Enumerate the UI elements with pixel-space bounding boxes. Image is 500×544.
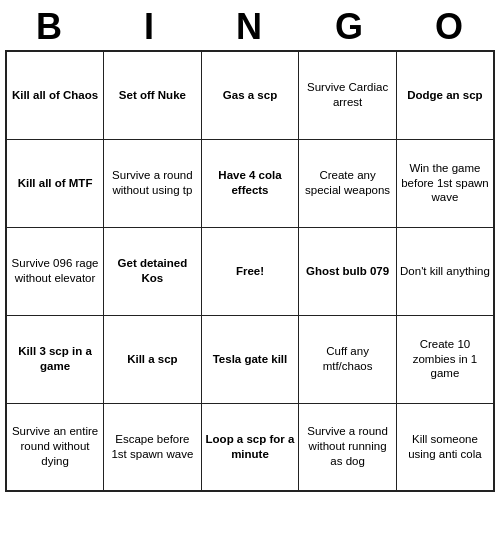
bingo-row-1: Kill all of MTFSurvive a round without u… bbox=[6, 139, 494, 227]
bingo-cell-1-2: Have 4 cola effects bbox=[201, 139, 299, 227]
header-letter-g: G bbox=[305, 6, 395, 48]
bingo-cell-3-1: Kill a scp bbox=[104, 315, 202, 403]
bingo-cell-2-3: Ghost bulb 079 bbox=[299, 227, 397, 315]
header-letter-i: I bbox=[105, 6, 195, 48]
bingo-cell-4-4: Kill someone using anti cola bbox=[396, 403, 494, 491]
bingo-cell-4-3: Survive a round without running as dog bbox=[299, 403, 397, 491]
bingo-cell-1-0: Kill all of MTF bbox=[6, 139, 104, 227]
bingo-cell-3-4: Create 10 zombies in 1 game bbox=[396, 315, 494, 403]
bingo-cell-2-1: Get detained Kos bbox=[104, 227, 202, 315]
bingo-cell-3-2: Tesla gate kill bbox=[201, 315, 299, 403]
bingo-cell-1-3: Create any special weapons bbox=[299, 139, 397, 227]
bingo-row-3: Kill 3 scp in a gameKill a scpTesla gate… bbox=[6, 315, 494, 403]
bingo-row-4: Survive an entire round without dyingEsc… bbox=[6, 403, 494, 491]
bingo-cell-2-4: Don't kill anything bbox=[396, 227, 494, 315]
bingo-row-2: Survive 096 rage without elevatorGet det… bbox=[6, 227, 494, 315]
bingo-cell-0-0: Kill all of Chaos bbox=[6, 51, 104, 139]
bingo-cell-0-4: Dodge an scp bbox=[396, 51, 494, 139]
bingo-header: BINGO bbox=[0, 0, 500, 50]
header-letter-n: N bbox=[205, 6, 295, 48]
header-letter-b: B bbox=[5, 6, 95, 48]
bingo-cell-1-1: Survive a round without using tp bbox=[104, 139, 202, 227]
bingo-row-0: Kill all of ChaosSet off NukeGas a scpSu… bbox=[6, 51, 494, 139]
bingo-cell-4-2: Loop a scp for a minute bbox=[201, 403, 299, 491]
bingo-cell-0-2: Gas a scp bbox=[201, 51, 299, 139]
header-letter-o: O bbox=[405, 6, 495, 48]
bingo-grid: Kill all of ChaosSet off NukeGas a scpSu… bbox=[5, 50, 495, 492]
bingo-cell-4-0: Survive an entire round without dying bbox=[6, 403, 104, 491]
bingo-cell-3-3: Cuff any mtf/chaos bbox=[299, 315, 397, 403]
bingo-cell-0-3: Survive Cardiac arrest bbox=[299, 51, 397, 139]
bingo-cell-2-2: Free! bbox=[201, 227, 299, 315]
bingo-cell-1-4: Win the game before 1st spawn wave bbox=[396, 139, 494, 227]
bingo-cell-4-1: Escape before 1st spawn wave bbox=[104, 403, 202, 491]
bingo-cell-3-0: Kill 3 scp in a game bbox=[6, 315, 104, 403]
bingo-cell-0-1: Set off Nuke bbox=[104, 51, 202, 139]
bingo-cell-2-0: Survive 096 rage without elevator bbox=[6, 227, 104, 315]
